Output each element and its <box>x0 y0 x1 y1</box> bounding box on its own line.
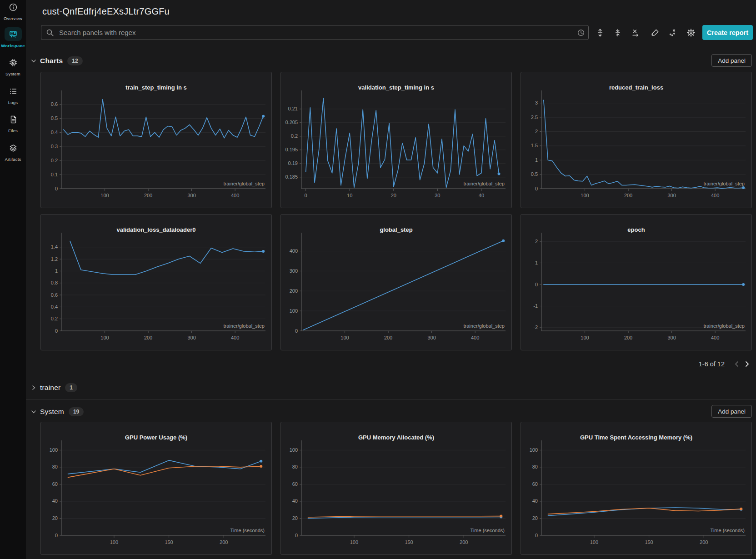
outlier-removal-icon[interactable] <box>668 28 678 38</box>
svg-text:0.21: 0.21 <box>288 106 298 111</box>
svg-text:1: 1 <box>535 260 538 265</box>
chart-panel[interactable]: GPU Memory Allocated (%)0204060801001001… <box>280 422 512 555</box>
cpu-icon <box>9 58 18 69</box>
svg-text:0.2: 0.2 <box>291 133 298 139</box>
section-header-charts[interactable]: Charts 12 <box>30 54 83 68</box>
sidebar-item-workspace[interactable]: Workspace <box>0 27 26 48</box>
svg-text:150: 150 <box>165 539 173 545</box>
svg-text:0.2: 0.2 <box>51 316 58 321</box>
svg-text:100: 100 <box>50 447 58 453</box>
add-panel-button[interactable]: Add panel <box>711 405 752 418</box>
svg-text:60: 60 <box>52 481 58 487</box>
run-title: cust-QnfEdfrj4eEXsJLtr7GGFu <box>42 6 170 17</box>
svg-text:400: 400 <box>231 193 239 198</box>
svg-text:0.195: 0.195 <box>285 147 298 152</box>
svg-text:0.185: 0.185 <box>285 174 298 180</box>
next-page-icon[interactable] <box>742 359 752 369</box>
svg-text:200: 200 <box>460 539 468 545</box>
svg-text:60: 60 <box>532 481 538 487</box>
section-header-trainer[interactable]: trainer 1 <box>30 380 756 395</box>
svg-text:100: 100 <box>350 539 358 545</box>
svg-text:0: 0 <box>55 328 58 334</box>
x-axis-icon[interactable] <box>631 28 641 38</box>
svg-text:20: 20 <box>52 515 58 521</box>
svg-text:2: 2 <box>535 129 538 134</box>
line-chart: 020406080100100150200Time (seconds) <box>281 422 511 554</box>
add-panel-button[interactable]: Add panel <box>711 54 752 67</box>
svg-text:400: 400 <box>711 335 719 340</box>
chart-panel[interactable]: reduced_train_loss00.511.522.53100200300… <box>521 72 752 208</box>
svg-text:trainer/global_step: trainer/global_step <box>463 323 505 329</box>
svg-text:0.4: 0.4 <box>51 304 58 309</box>
main-content: cust-QnfEdfrj4eEXsJLtr7GGFu <box>26 0 756 559</box>
broom-icon[interactable] <box>650 28 660 38</box>
svg-text:100: 100 <box>581 335 589 340</box>
svg-text:150: 150 <box>645 539 653 545</box>
section-header-system[interactable]: System 19 <box>30 404 84 419</box>
svg-text:100: 100 <box>290 308 298 314</box>
workspace-icon <box>5 27 22 41</box>
svg-text:100: 100 <box>100 193 109 198</box>
sidebar-item-logs[interactable]: Logs <box>0 87 26 105</box>
svg-text:1.4: 1.4 <box>51 244 58 250</box>
sidebar-item-artifacts[interactable]: Artifacts <box>0 144 26 162</box>
section-label: Charts <box>40 57 63 65</box>
chart-panel[interactable]: validation_step_timing in s0.1850.190.19… <box>280 72 512 208</box>
svg-text:100: 100 <box>530 447 538 453</box>
svg-text:30: 30 <box>435 193 440 198</box>
svg-text:Time (seconds): Time (seconds) <box>471 528 505 533</box>
expand-panels-icon[interactable] <box>595 28 605 38</box>
sidebar-item-files[interactable]: Files <box>0 115 26 133</box>
sidebar-item-overview[interactable]: Overview <box>0 3 26 21</box>
svg-text:1: 1 <box>55 268 58 274</box>
search-input[interactable] <box>58 28 573 37</box>
svg-text:2.5: 2.5 <box>531 115 538 120</box>
svg-text:1.5: 1.5 <box>531 143 538 148</box>
svg-text:150: 150 <box>405 539 413 545</box>
create-report-button[interactable]: Create report <box>702 25 753 40</box>
prev-page-icon[interactable] <box>732 359 742 369</box>
chart-panel[interactable]: validation_loss_dataloader000.20.40.60.8… <box>40 214 272 350</box>
svg-text:400: 400 <box>711 193 719 198</box>
svg-text:0.5: 0.5 <box>531 171 538 177</box>
chart-panel[interactable]: global_step0100200300400100200300400trai… <box>280 214 512 350</box>
svg-text:0.205: 0.205 <box>285 120 298 125</box>
svg-text:0: 0 <box>535 533 538 538</box>
chart-panel[interactable]: GPU Power Usage (%)020406080100100150200… <box>40 422 272 555</box>
history-icon[interactable] <box>573 25 588 40</box>
svg-text:0.4: 0.4 <box>51 130 58 135</box>
svg-text:200: 200 <box>290 288 298 294</box>
chart-panel[interactable]: train_step_timing in s00.10.20.30.40.50.… <box>40 72 272 208</box>
svg-text:0: 0 <box>295 533 298 538</box>
svg-text:100: 100 <box>590 539 598 545</box>
sidebar-item-label: System <box>5 71 20 76</box>
svg-text:0: 0 <box>535 186 538 191</box>
svg-text:trainer/global_step: trainer/global_step <box>463 181 505 186</box>
line-chart: 00.511.522.53100200300400trainer/global_… <box>521 72 751 208</box>
svg-text:20: 20 <box>391 193 396 198</box>
svg-text:300: 300 <box>290 268 298 274</box>
svg-text:0.19: 0.19 <box>288 160 298 166</box>
section-count-badge: 19 <box>69 407 84 416</box>
chevron-down-icon <box>30 58 37 64</box>
svg-text:1: 1 <box>535 157 538 163</box>
svg-text:300: 300 <box>187 193 195 198</box>
svg-text:3: 3 <box>535 100 538 105</box>
chart-panel[interactable]: epoch-2-1012100200300400trainer/global_s… <box>521 214 752 350</box>
divider <box>26 47 756 47</box>
svg-text:100: 100 <box>340 335 349 340</box>
collapse-panels-icon[interactable] <box>613 28 623 38</box>
sidebar-item-system[interactable]: System <box>0 58 26 76</box>
svg-text:300: 300 <box>667 335 676 340</box>
settings-gear-icon[interactable] <box>686 28 696 38</box>
svg-text:40: 40 <box>292 498 298 504</box>
pagination: 1-6 of 12 <box>699 359 752 369</box>
chart-panel[interactable]: GPU Time Spent Accessing Memory (%)02040… <box>521 422 752 555</box>
svg-text:20: 20 <box>292 515 298 521</box>
svg-text:0: 0 <box>305 193 307 198</box>
svg-text:0.5: 0.5 <box>51 115 58 121</box>
svg-text:0.2: 0.2 <box>51 158 58 163</box>
svg-text:80: 80 <box>532 464 538 469</box>
sidebar-item-label: Overview <box>4 16 22 21</box>
files-icon <box>9 115 18 126</box>
